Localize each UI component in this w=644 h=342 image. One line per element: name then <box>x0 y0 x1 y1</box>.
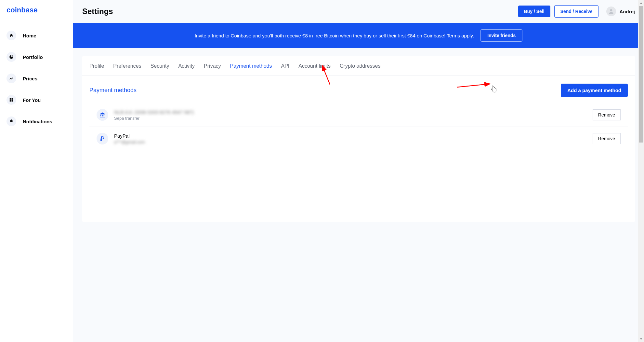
scroll-down-icon[interactable]: ▼ <box>638 336 644 342</box>
svg-rect-3 <box>10 100 11 102</box>
header: Settings Buy / Sell Send / Receive Andre… <box>73 0 644 23</box>
user-name: Andrej <box>619 9 635 14</box>
tab-profile[interactable]: Profile <box>89 63 104 69</box>
bell-icon <box>7 116 16 126</box>
tab-security[interactable]: Security <box>151 63 169 69</box>
tab-activity[interactable]: Activity <box>178 63 195 69</box>
payment-method-row: NLB d.d. (SI56 0203 8276 4547 587) Sepa … <box>89 103 628 127</box>
invite-banner: Invite a friend to Coinbase and you'll b… <box>73 23 644 48</box>
send-receive-button[interactable]: Send / Receive <box>554 5 599 18</box>
payment-method-info: NLB d.d. (SI56 0203 8276 4547 587) Sepa … <box>97 109 194 121</box>
svg-rect-4 <box>12 100 13 102</box>
tab-api[interactable]: API <box>281 63 290 69</box>
sidebar-item-foryou[interactable]: For You <box>0 89 73 111</box>
svg-text:coinbase: coinbase <box>7 7 37 14</box>
payment-method-info: PayPal a***@gmail.com <box>97 133 145 144</box>
invite-friends-button[interactable]: Invite friends <box>480 29 522 42</box>
tab-payment-methods[interactable]: Payment methods <box>230 63 272 69</box>
pie-icon <box>7 52 16 62</box>
tab-preferences[interactable]: Preferences <box>113 63 141 69</box>
remove-button[interactable]: Remove <box>593 109 621 120</box>
chart-icon <box>7 74 16 83</box>
sidebar-item-label: For You <box>23 97 41 103</box>
scroll-up-icon[interactable]: ▲ <box>638 0 644 6</box>
sidebar-item-label: Portfolio <box>23 54 43 60</box>
user-menu[interactable]: Andrej <box>606 7 635 16</box>
tab-crypto-addresses[interactable]: Crypto addresses <box>340 63 380 69</box>
sidebar-item-label: Notifications <box>23 119 52 124</box>
scrollbar[interactable]: ▲ ▼ <box>638 0 644 342</box>
payment-method-sub: a***@gmail.com <box>114 140 145 144</box>
svg-rect-2 <box>12 98 13 100</box>
remove-button[interactable]: Remove <box>593 133 621 144</box>
banner-text: Invite a friend to Coinbase and you'll b… <box>195 33 474 38</box>
sidebar-item-portfolio[interactable]: Portfolio <box>0 46 73 68</box>
paypal-icon <box>97 133 108 144</box>
settings-card: Profile Preferences Security Activity Pr… <box>82 56 635 222</box>
buy-sell-button[interactable]: Buy / Sell <box>518 6 550 17</box>
sidebar-item-prices[interactable]: Prices <box>0 68 73 89</box>
bank-icon <box>97 109 108 121</box>
home-icon <box>7 31 16 40</box>
sidebar-item-label: Home <box>23 33 36 38</box>
page-title: Settings <box>82 7 113 16</box>
section-title: Payment methods <box>89 87 137 94</box>
tab-privacy[interactable]: Privacy <box>204 63 221 69</box>
avatar-icon <box>606 7 616 16</box>
logo[interactable]: coinbase <box>0 7 73 25</box>
add-payment-method-button[interactable]: Add a payment method <box>561 84 628 97</box>
header-actions: Buy / Sell Send / Receive Andrej <box>518 5 635 18</box>
payment-method-row: PayPal a***@gmail.com Remove <box>89 127 628 150</box>
tab-account-limits[interactable]: Account limits <box>298 63 331 69</box>
section-header: Payment methods Add a payment method <box>82 76 635 103</box>
payment-method-name: NLB d.d. (SI56 0203 8276 4547 587) <box>114 109 194 115</box>
sidebar-item-notifications[interactable]: Notifications <box>0 111 73 132</box>
sidebar-item-label: Prices <box>23 76 37 81</box>
svg-point-5 <box>610 9 612 11</box>
main-content: Settings Buy / Sell Send / Receive Andre… <box>73 0 644 342</box>
sidebar: coinbase Home Portfolio Prices For You N… <box>0 0 73 342</box>
sidebar-item-home[interactable]: Home <box>0 25 73 46</box>
grid-icon <box>7 95 16 105</box>
settings-tabs: Profile Preferences Security Activity Pr… <box>82 56 635 76</box>
svg-rect-1 <box>10 98 11 100</box>
payment-method-sub: Sepa transfer <box>114 116 194 121</box>
payment-method-name: PayPal <box>114 133 145 139</box>
